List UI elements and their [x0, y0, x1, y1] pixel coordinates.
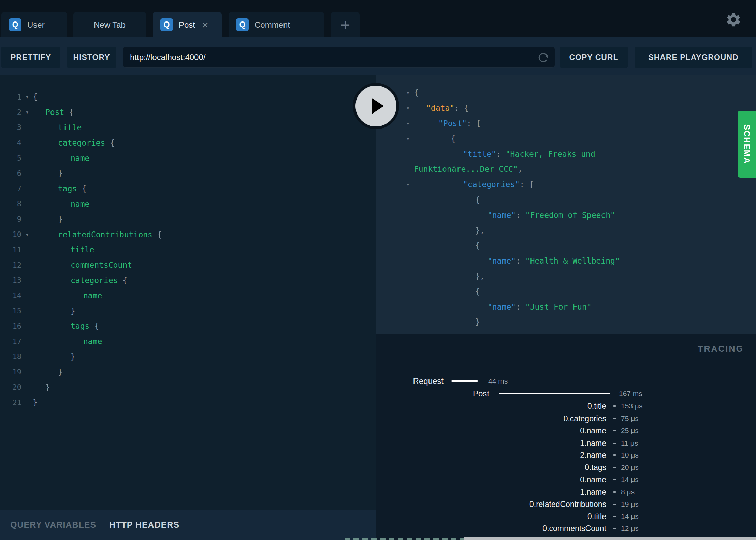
tracing-row-label: Request [376, 375, 444, 387]
endpoint-url-input[interactable] [123, 47, 555, 68]
query-punct: } [58, 215, 63, 224]
tab-label: Comment [255, 20, 290, 30]
add-tab-button[interactable]: + [331, 12, 360, 38]
tab-new-tab[interactable]: New Tab [73, 12, 146, 38]
tracing-row-label: 0.commentsCount [376, 522, 606, 535]
response-line: "name": "Health & Wellbeing" [376, 253, 756, 269]
tracing-row-value: 11 μs [621, 437, 638, 449]
query-field: tags [33, 184, 77, 193]
query-punct: { [64, 108, 74, 117]
tracing-row: 1.name8 μs [376, 486, 756, 498]
tracing-row-value: 10 μs [621, 449, 639, 461]
query-punct: } [58, 169, 63, 178]
close-icon[interactable]: × [202, 19, 208, 30]
query-field: name [33, 337, 102, 346]
query-field: categories [33, 138, 105, 147]
tracing-row-value: 14 μs [621, 510, 639, 523]
query-line: 1▾{ [0, 89, 376, 105]
tracing-dash [613, 454, 616, 456]
share-playground-button[interactable]: SHARE PLAYGROUND [635, 47, 752, 68]
query-line: 5name [0, 150, 376, 166]
tracing-row-value: 25 μs [621, 424, 639, 437]
query-field: name [33, 291, 102, 300]
query-field: title [33, 123, 82, 132]
line-number: 19 [0, 368, 21, 376]
line-number: 6 [0, 169, 21, 178]
response-line: ▾{ [376, 131, 756, 146]
query-line: 4categories { [0, 135, 376, 150]
tracing-row: 0.relatedContributions19 μs [376, 498, 756, 510]
tracing-row-value: 19 μs [621, 498, 639, 510]
query-variables-tab[interactable]: QUERY VARIABLES [10, 520, 96, 530]
tracing-row-value: 12 μs [621, 522, 639, 535]
tab-post[interactable]: Q Post × [153, 12, 222, 38]
fold-arrow-icon[interactable]: ▾ [21, 231, 33, 238]
fold-arrow-icon[interactable]: ▾ [21, 93, 33, 100]
line-number: 3 [0, 123, 21, 132]
query-line: 12commentsCount [0, 257, 376, 273]
tracing-row: 0.name25 μs [376, 424, 756, 437]
fold-arrow-icon[interactable]: ▾ [376, 135, 414, 142]
copy-curl-button[interactable]: COPY CURL [560, 47, 628, 68]
http-headers-tab[interactable]: HTTP HEADERS [109, 520, 179, 530]
query-code: 1▾{ 2▾Post { 3title 4categories { 5name … [0, 89, 376, 410]
tracing-dash [613, 528, 616, 529]
tracing-row: Post 167 ms [376, 388, 756, 400]
query-punct: } [58, 368, 63, 376]
query-line: 15} [0, 303, 376, 318]
response-line: "name": "Just For Fun" [376, 299, 756, 314]
line-number: 7 [0, 184, 21, 193]
history-button[interactable]: HISTORY [67, 47, 116, 68]
query-punct: { [118, 276, 127, 285]
line-number: 9 [0, 215, 21, 223]
line-number: 16 [0, 322, 21, 330]
clipped-bottom-text [345, 538, 467, 540]
response-line: }, [376, 223, 756, 238]
settings-gear-icon[interactable] [725, 12, 742, 28]
query-editor[interactable]: 1▾{ 2▾Post { 3title 4categories { 5name … [0, 75, 376, 510]
line-number: 4 [0, 138, 21, 147]
query-field: name [33, 199, 89, 208]
response-line: ▾"categories": [ [376, 177, 756, 192]
line-number: 10 [0, 230, 21, 239]
query-line: 21} [0, 395, 376, 410]
query-line: 17name [0, 334, 376, 349]
response-line: { [376, 238, 756, 253]
execute-query-button[interactable] [355, 86, 396, 126]
line-number: 21 [0, 398, 21, 407]
tracing-row: 0.commentsCount12 μs [376, 522, 756, 535]
response-line: }, [376, 269, 756, 284]
query-badge-icon: Q [9, 18, 21, 31]
query-punct: } [71, 352, 75, 361]
line-number: 17 [0, 337, 21, 346]
query-line: 14name [0, 288, 376, 303]
plus-icon: + [340, 15, 350, 34]
editor-footer: QUERY VARIABLES HTTP HEADERS [0, 510, 376, 540]
query-field: tags [33, 321, 89, 330]
tracing-dash [613, 405, 616, 407]
tab-user[interactable]: Q User [1, 12, 67, 38]
query-badge-icon: Q [160, 18, 173, 31]
horizontal-scrollbar[interactable] [464, 537, 756, 540]
tracing-duration-bar [451, 380, 478, 382]
prettify-button[interactable]: PRETTIFY [1, 47, 60, 68]
query-punct: { [89, 321, 99, 330]
tracing-dash [613, 418, 616, 419]
play-icon [372, 98, 384, 114]
schema-tab[interactable]: SCHEMA [738, 111, 756, 178]
fold-arrow-icon[interactable]: ▾ [376, 181, 414, 188]
tracing-row-label: 0.name [376, 424, 606, 437]
response-viewer[interactable]: ▾{ ▾"data": { ▾"Post": [ ▾{ "title": "Ha… [376, 75, 756, 334]
tracing-row-value: 44 ms [488, 375, 508, 387]
query-field: name [33, 154, 89, 163]
tracing-row-value: 167 ms [619, 388, 642, 400]
query-line: 16tags { [0, 318, 376, 334]
line-number: 5 [0, 154, 21, 162]
reload-icon[interactable] [537, 51, 550, 63]
tracing-row: 0.title14 μs [376, 510, 756, 523]
tracing-panel[interactable]: TRACING Request 44 ms Post 167 ms 0.titl… [376, 334, 756, 540]
tab-comment[interactable]: Q Comment [229, 12, 324, 38]
line-number: 11 [0, 245, 21, 254]
toolbar: PRETTIFY HISTORY COPY CURL SHARE PLAYGRO… [0, 38, 756, 75]
fold-arrow-icon[interactable]: ▾ [21, 109, 33, 116]
